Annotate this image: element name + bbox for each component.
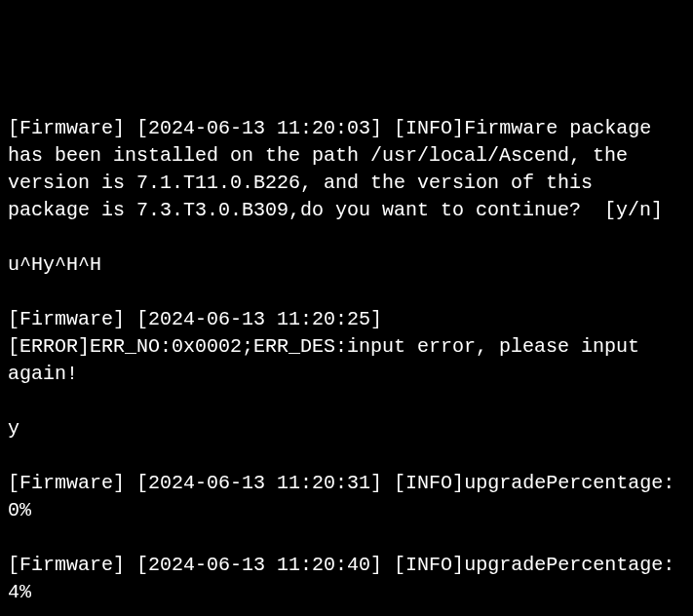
log-line-error: [Firmware] [2024-06-13 11:20:25] [ERROR]…: [8, 306, 685, 388]
user-input-y: y: [8, 415, 685, 443]
log-line-progress-4: [Firmware] [2024-06-13 11:20:40] [INFO]u…: [8, 552, 685, 606]
log-line-progress-0: [Firmware] [2024-06-13 11:20:31] [INFO]u…: [8, 470, 685, 524]
log-line-install-prompt: [Firmware] [2024-06-13 11:20:03] [INFO]F…: [8, 115, 685, 224]
user-input-garbled: u^Hy^H^H: [8, 251, 685, 279]
